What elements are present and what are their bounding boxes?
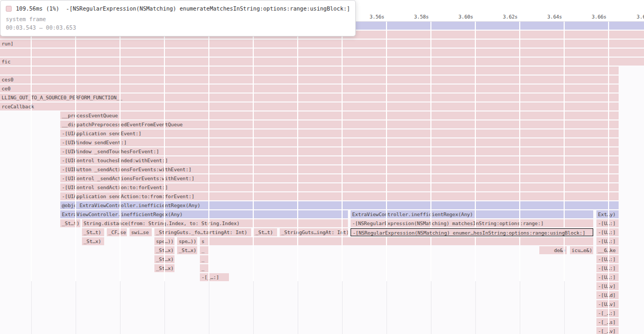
flame-frame[interactable]: de&) xyxy=(539,246,567,254)
time-ruler-label: 3.64s xyxy=(539,14,562,20)
time-gridline xyxy=(342,281,343,334)
flame-frame[interactable]: -[U…d] xyxy=(596,291,619,299)
time-gridline xyxy=(120,281,121,334)
time-ruler-label: 3.66s xyxy=(583,14,606,20)
time-ruler-label: 3.56s xyxy=(361,14,384,20)
flame-frame[interactable]: swi…se xyxy=(130,228,152,236)
time-gridline xyxy=(298,281,298,334)
time-gridline xyxy=(76,281,76,334)
flame-frame[interactable]: -[UIControl _sendActionsForEvents:withEv… xyxy=(60,174,619,182)
time-gridline xyxy=(475,22,476,281)
time-gridline xyxy=(75,22,76,281)
flame-frame[interactable]: -[_…s] xyxy=(596,318,619,326)
flame-frame[interactable]: fic xyxy=(0,58,644,66)
flame-frame[interactable]: -[U…:] xyxy=(596,237,619,245)
time-gridline xyxy=(209,281,209,334)
time-ruler-label: 3.58s xyxy=(406,14,429,20)
time-gridline xyxy=(386,22,387,281)
flame-frame[interactable]: -[UIControl touchesEnded:withEvent:] xyxy=(60,156,619,164)
flame-frame[interactable]: _St…t) xyxy=(82,228,104,236)
frame-color-swatch-icon xyxy=(6,6,12,12)
flame-frame[interactable]: -[U…v] xyxy=(596,300,619,308)
time-gridline xyxy=(31,281,32,334)
flame-frame[interactable]: rceCallback xyxy=(0,103,619,110)
flame-frame[interactable]: String.distance(from: String.Index, to: … xyxy=(82,219,348,227)
flame-frame[interactable]: ExtraViewController.inefficientRegex(Any… xyxy=(60,210,348,218)
time-gridline xyxy=(519,22,520,281)
flame-frame[interactable]: _St…t) xyxy=(60,219,80,227)
flame-frame[interactable]: -[U…:] xyxy=(596,255,619,263)
flame-frame[interactable] xyxy=(0,49,644,57)
flame-frame[interactable]: __dispatchPreprocessedEventFromEventQueu… xyxy=(60,120,619,128)
time-ruler-label: 3.60s xyxy=(450,14,473,20)
time-gridline xyxy=(520,281,520,334)
flame-frame[interactable] xyxy=(0,67,619,75)
flame-frame[interactable]: -[UIApplication sendAction:to:from:forEv… xyxy=(60,192,619,200)
flame-frame[interactable]: _ xyxy=(200,255,209,263)
flame-frame[interactable]: LLING_OUT_TO_A_SOURCE0_PERFORM_FUNCTION_… xyxy=(0,94,619,101)
flame-frame[interactable]: _St…x) xyxy=(82,237,104,245)
flame-frame[interactable]: -[UIWindow _sendTouchesForEvent:] xyxy=(60,147,619,155)
time-gridline xyxy=(564,281,565,334)
flame-frame[interactable]: _CF…se xyxy=(107,228,127,236)
flame-frame[interactable]: icu…e&) xyxy=(570,246,593,254)
flame-frame[interactable]: -[UIButton _sendActionsForEvents:withEve… xyxy=(60,165,619,173)
frame-hover-tooltip: 109.56ms (1%) -[NSRegularExpression(NSMa… xyxy=(0,0,356,36)
flame-frame[interactable]: -[U…:] xyxy=(596,228,619,236)
time-gridline xyxy=(253,22,254,281)
flame-frame-selected[interactable]: -[NSRegularExpression(NSMatching) enumer… xyxy=(351,228,593,236)
time-gridline xyxy=(475,281,476,334)
time-ruler-label: 3.6 xyxy=(637,14,644,20)
time-profiler-flame-graph: 3.6 3.40s3.42s3.44s3.46s3.48s3.50s3.52s3… xyxy=(0,0,644,334)
flame-frame[interactable]: -[U…:] xyxy=(596,219,619,227)
flame-frame[interactable]: spe…)) xyxy=(177,237,197,245)
flame-frame[interactable]: _St…t) xyxy=(254,228,277,236)
flame-frame[interactable]: ces0 xyxy=(0,76,619,84)
flame-frame[interactable]: -[UIControl sendAction:to:forEvent:] xyxy=(60,183,619,191)
flame-frame[interactable]: _ xyxy=(200,264,209,272)
flame-frame[interactable]: _St…x) xyxy=(177,246,197,254)
flame-frame[interactable]: -[U…:] xyxy=(596,264,619,272)
time-gridline xyxy=(119,22,121,281)
tooltip-duration-and-symbol: 109.56ms (1%) -[NSRegularExpression(NSMa… xyxy=(16,5,350,12)
tooltip-time-range: 00:03.543 — 00:03.653 xyxy=(6,23,350,32)
flame-frame[interactable]: _StringGuts…ingAt: Int) xyxy=(280,228,348,236)
flame-frame[interactable]: -[_…:] xyxy=(200,273,229,281)
time-gridline xyxy=(608,22,609,334)
time-gridline xyxy=(342,22,343,281)
flame-frame[interactable]: run] xyxy=(0,40,644,48)
flame-frame[interactable]: _StringGuts._fo…tartingAt: Int) xyxy=(154,228,251,236)
time-gridline xyxy=(430,22,431,281)
time-gridline xyxy=(431,281,431,334)
flame-frame[interactable]: -[_…:] xyxy=(596,309,619,317)
flame-frame[interactable]: -[U…:] xyxy=(596,273,619,281)
flame-frame[interactable]: ce0 xyxy=(0,85,619,92)
flame-frame[interactable]: Ext…y) xyxy=(596,210,619,218)
flame-frame[interactable]: _ xyxy=(200,246,209,254)
flame-frame[interactable]: s xyxy=(200,237,593,245)
time-gridline xyxy=(253,281,254,334)
flame-frame[interactable]: -[UIApplication sendEvent:] xyxy=(60,129,619,137)
time-gridline xyxy=(387,281,387,334)
flame-frame[interactable]: __processEventQueue xyxy=(60,112,619,119)
tooltip-title-row: 109.56ms (1%) -[NSRegularExpression(NSMa… xyxy=(6,4,350,13)
time-gridline xyxy=(31,22,32,281)
time-gridline xyxy=(208,22,209,281)
flame-frame[interactable]: __6…ke xyxy=(596,246,619,254)
flame-frame[interactable]: @objc ExtraViewController.inefficientReg… xyxy=(60,201,619,209)
flame-frame[interactable]: -[UIWindow sendEvent:] xyxy=(60,138,619,146)
time-gridline xyxy=(164,281,165,334)
flame-frame[interactable]: -[_…v] xyxy=(596,327,619,334)
time-gridline xyxy=(164,22,165,281)
tooltip-frame-kind: system frame xyxy=(6,15,350,23)
time-ruler-label: 3.62s xyxy=(494,14,518,20)
flame-frame[interactable]: -[U…v] xyxy=(596,282,619,290)
time-gridline xyxy=(297,22,298,281)
time-gridline xyxy=(564,22,565,281)
